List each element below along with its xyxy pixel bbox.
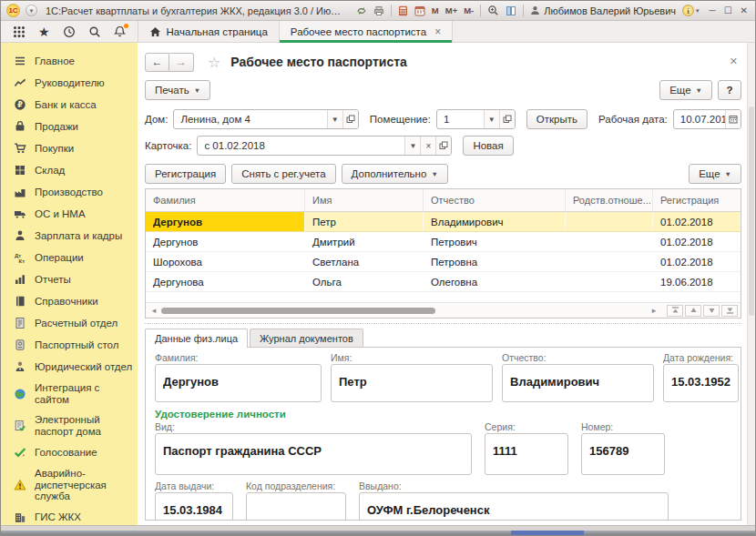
series-field[interactable]: 1111 — [485, 433, 568, 475]
horizontal-scrollbar[interactable]: ◂ ▸ — [146, 302, 741, 318]
back-button[interactable]: ← — [145, 53, 169, 72]
info-button[interactable]: i ▾ — [682, 5, 700, 16]
cell-name[interactable]: Светлана — [305, 252, 424, 271]
sidebar-item-purchases[interactable]: Покупки — [1, 137, 138, 159]
card-select[interactable]: с 01.02.2018 ▼ × — [197, 136, 452, 156]
sidebar-item-sales[interactable]: Продажи — [1, 116, 138, 137]
sidebar-item-bank-cash[interactable]: ₽ Банк и касса — [1, 94, 138, 116]
calendar-icon[interactable] — [414, 5, 425, 16]
sidebar-item-reports[interactable]: Отчеты — [1, 268, 138, 290]
cell-surname[interactable]: Дергунов — [146, 232, 305, 251]
sidebar-item-billing-dept[interactable]: Расчетный отдел — [1, 312, 138, 334]
pane-splitter[interactable] — [145, 323, 741, 324]
dropdown-icon[interactable]: ▼ — [404, 137, 420, 155]
calendar-picker-icon[interactable] — [725, 110, 741, 128]
maximize-button[interactable]: ☐ — [724, 5, 732, 15]
issued-by-field[interactable]: ОУФМ г.Белореченск — [359, 492, 669, 521]
sidebar-item-passport-office[interactable]: Паспортный стол — [1, 334, 138, 356]
cell-relation[interactable] — [566, 232, 653, 251]
cell-patronymic[interactable]: Петровна — [424, 252, 566, 271]
cell-registration[interactable]: 01.02.2018 — [653, 232, 741, 251]
work-date-input[interactable]: 10.07.2019 — [673, 109, 741, 129]
column-header-patronymic[interactable]: Отчество — [424, 189, 566, 211]
sidebar-item-operations[interactable]: ДтКт Операции — [1, 247, 138, 268]
sync-icon[interactable] — [356, 5, 367, 16]
open-link-icon[interactable] — [499, 110, 515, 128]
sidebar-item-voting[interactable]: Голосование — [1, 441, 138, 463]
sidebar-item-warehouse[interactable]: Склад — [1, 159, 138, 181]
forward-button[interactable]: → — [169, 53, 194, 72]
deregister-button[interactable]: Снять с рег.учета — [231, 164, 335, 184]
sidebar-item-main[interactable]: Главное — [1, 50, 138, 72]
dropdown-icon[interactable]: ▼ — [327, 110, 342, 128]
cell-patronymic[interactable]: Владимирович — [424, 212, 566, 231]
cell-name[interactable]: Дмитрий — [305, 232, 424, 251]
tab-close-icon[interactable]: × — [434, 25, 441, 38]
go-first-row-button[interactable] — [667, 305, 683, 317]
apps-menu-icon[interactable] — [13, 25, 26, 38]
history-icon[interactable] — [63, 25, 76, 38]
sidebar-item-site-integration[interactable]: Интеграция с сайтом — [1, 378, 138, 410]
new-card-button[interactable]: Новая — [463, 136, 513, 156]
vertical-scrollbar[interactable] — [747, 43, 755, 525]
favorite-star-icon[interactable]: ☆ — [208, 54, 220, 71]
doc-type-field[interactable]: Паспорт гражданина СССР — [155, 433, 472, 475]
surname-field[interactable]: Дергунов — [155, 364, 322, 402]
cell-relation[interactable] — [566, 272, 653, 291]
room-select[interactable]: 1 ▼ — [436, 109, 516, 129]
tab-document-journal[interactable]: Журнал документов — [250, 329, 363, 347]
zoom-icon[interactable] — [487, 5, 499, 16]
patronymic-field[interactable]: Владимирович — [502, 364, 654, 402]
birthdate-field[interactable]: 15.03.1952 — [663, 364, 739, 402]
table-row-selected[interactable]: Дергунов Петр Владимирович 01.02.2018 — [146, 212, 741, 232]
search-icon[interactable] — [88, 25, 101, 38]
cell-registration[interactable]: 01.02.2018 — [653, 212, 741, 231]
column-header-relation[interactable]: Родств.отноше... — [566, 189, 653, 211]
tab-passport-workspace[interactable]: Рабочее место паспортиста × — [279, 21, 453, 42]
open-link-icon[interactable] — [342, 110, 358, 128]
calculator-icon[interactable] — [398, 5, 408, 16]
table-row[interactable]: Шорохова Светлана Петровна 01.02.2018 — [146, 252, 741, 272]
scroll-left-icon[interactable]: ◂ — [148, 306, 159, 315]
sidebar-item-management[interactable]: Руководителю — [1, 72, 138, 94]
scrollbar-thumb[interactable] — [749, 106, 754, 316]
column-header-surname[interactable]: Фамилия — [146, 189, 305, 211]
cell-relation[interactable] — [566, 212, 653, 231]
scroll-right-icon[interactable]: ▸ — [649, 306, 659, 315]
current-user[interactable]: Любимов Валерий Юрьевич — [530, 5, 676, 16]
notifications-bell-icon[interactable] — [114, 25, 126, 38]
sidebar-item-epassport-house[interactable]: Электронный паспорт дома — [1, 410, 138, 441]
column-header-name[interactable]: Имя — [305, 189, 424, 211]
issue-date-field[interactable]: 15.03.1984 — [155, 492, 233, 521]
columns-icon[interactable] — [506, 5, 516, 16]
go-next-row-button[interactable] — [703, 305, 720, 317]
scrollbar-thumb[interactable] — [161, 308, 435, 314]
clear-icon[interactable]: × — [420, 137, 435, 155]
cell-surname[interactable]: Дергунов — [146, 212, 305, 231]
form-close-icon[interactable]: ✕ — [730, 56, 738, 67]
cell-surname[interactable]: Шорохова — [146, 252, 305, 271]
minimize-button[interactable]: ─ — [710, 5, 716, 15]
column-header-registration[interactable]: Регистрация — [653, 189, 741, 211]
memory-m-button[interactable]: M — [432, 5, 439, 15]
additional-button[interactable]: Дополнительно ▼ — [342, 164, 448, 184]
sidebar-item-production[interactable]: Производство — [1, 181, 138, 203]
sidebar-item-fixed-assets[interactable]: ОС и НМА — [1, 203, 138, 225]
dropdown-icon[interactable]: ▼ — [484, 110, 499, 128]
cell-patronymic[interactable]: Олеговна — [424, 272, 566, 291]
register-button[interactable]: Регистрация — [145, 164, 226, 184]
open-button[interactable]: Открыть — [526, 109, 587, 129]
table-row[interactable]: Дергунов Дмитрий Петрович 01.02.2018 — [146, 232, 741, 252]
print-service-icon[interactable] — [373, 5, 384, 16]
cell-registration[interactable]: 19.06.2018 — [653, 272, 741, 291]
cell-registration[interactable]: 01.02.2018 — [653, 252, 741, 271]
help-button[interactable]: ? — [718, 80, 741, 100]
cell-name[interactable]: Ольга — [305, 272, 424, 291]
sidebar-item-directories[interactable]: Справочники — [1, 290, 138, 312]
house-select[interactable]: Ленина, дом 4 ▼ — [173, 109, 358, 129]
table-more-button[interactable]: Еще ▼ — [689, 164, 741, 184]
close-window-button[interactable]: ✕ — [741, 5, 748, 15]
go-last-row-button[interactable] — [721, 305, 738, 317]
table-row[interactable]: Дергунова Ольга Олеговна 19.06.2018 — [146, 272, 741, 292]
number-field[interactable]: 156789 — [581, 433, 665, 475]
